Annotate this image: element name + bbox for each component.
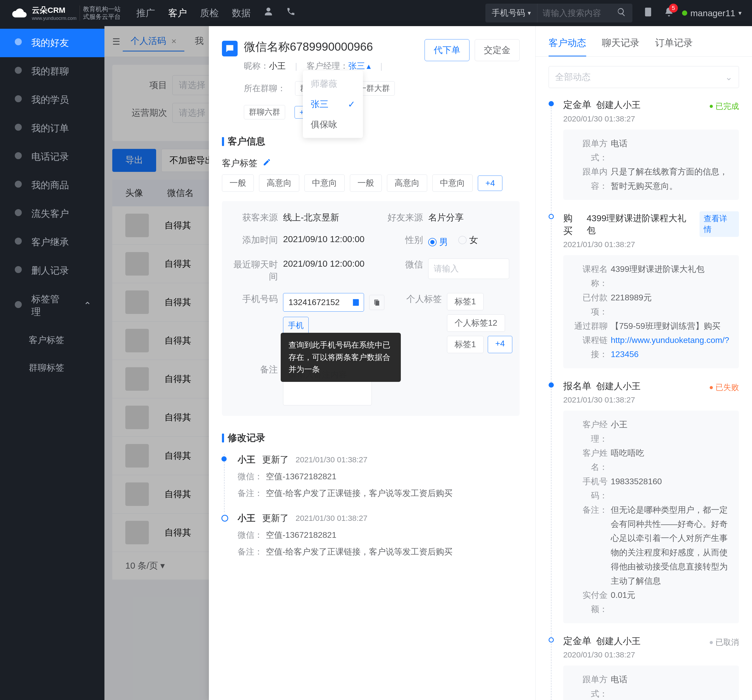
svg-point-3 bbox=[15, 124, 22, 131]
refresh-icon bbox=[13, 207, 23, 220]
sidebar: 我的好友我的群聊我的学员我的订单电话记录我的商品流失客户客户继承删人记录标签管理… bbox=[0, 26, 104, 700]
manager-option[interactable]: 张三✓ bbox=[303, 94, 363, 114]
sidebar-item[interactable]: 我的商品 bbox=[0, 171, 104, 199]
sidebar-item[interactable]: 我的群聊 bbox=[0, 57, 104, 86]
tags-more[interactable]: +4 bbox=[478, 176, 502, 191]
nav-customer[interactable]: 客户 bbox=[168, 7, 187, 20]
customer-title: 微信名称6789990000966 bbox=[244, 39, 418, 54]
nav-data[interactable]: 数据 bbox=[232, 7, 251, 20]
topbar: 云朵CRM www.yunduocrm.com 教育机构一站式服务云平台 推广 … bbox=[0, 0, 752, 26]
tag-icon bbox=[13, 299, 23, 312]
filter-icon bbox=[13, 93, 23, 106]
search: 手机号码▾ bbox=[485, 4, 632, 22]
copy-icon[interactable] bbox=[369, 295, 384, 310]
customer-drawer: 微信名称6789990000966 昵称：小王 | 客户经理：张三▴ | 所在群… bbox=[209, 26, 752, 700]
gender-male-radio[interactable]: 男 bbox=[428, 236, 448, 248]
tab-chatlog[interactable]: 聊天记录 bbox=[602, 37, 639, 56]
customer-tag[interactable]: 一般 bbox=[222, 174, 254, 192]
customer-tag[interactable]: 高意向 bbox=[387, 174, 427, 192]
section-customer-info: 客户信息 bbox=[222, 135, 520, 148]
sidebar-item[interactable]: 我的订单 bbox=[0, 114, 104, 143]
deposit-button[interactable]: 交定金 bbox=[475, 39, 520, 61]
chevron-down-icon: ⌄ bbox=[725, 72, 732, 82]
manager-select[interactable]: 张三▴ bbox=[348, 60, 371, 72]
tab-orders[interactable]: 订单记录 bbox=[655, 37, 693, 56]
section-change-log: 修改记录 bbox=[222, 431, 520, 444]
nav-phone-icon[interactable] bbox=[286, 7, 295, 20]
chevron-down-icon: ▾ bbox=[738, 9, 741, 17]
topnav: 推广 客户 质检 数据 bbox=[136, 7, 295, 20]
phone-icon bbox=[13, 151, 23, 163]
sidebar-item[interactable]: 流失客户 bbox=[0, 199, 104, 228]
chevron-up-icon: ▴ bbox=[367, 61, 371, 71]
search-input[interactable] bbox=[538, 8, 611, 18]
gender-female-radio[interactable]: 女 bbox=[458, 234, 478, 246]
svg-point-9 bbox=[15, 301, 22, 308]
username: manager11 bbox=[690, 8, 735, 18]
svg-point-4 bbox=[15, 152, 22, 159]
sidebar-item[interactable]: 客户标签 bbox=[0, 326, 104, 354]
box-icon bbox=[13, 179, 23, 192]
svg-point-7 bbox=[15, 238, 22, 245]
sidebar-item[interactable]: 我的学员 bbox=[0, 86, 104, 114]
logo: 云朵CRM www.yunduocrm.com 教育机构一站式服务云平台 bbox=[11, 5, 121, 21]
search-type-select[interactable]: 手机号码▾ bbox=[485, 4, 538, 22]
timeline-item: 定金单创建人小王已取消2020/01/30 01:38:27跟单方式：电话跟单内… bbox=[548, 635, 739, 700]
svg-point-5 bbox=[15, 181, 22, 188]
wechat-input[interactable]: 请输入 bbox=[428, 258, 509, 279]
log-item: 小王更新了2021/01/30 01:38:27微信：空值-1367218282… bbox=[224, 454, 520, 512]
customer-tag[interactable]: 中意向 bbox=[305, 174, 345, 192]
manager-option[interactable]: 师馨薇 bbox=[303, 74, 363, 94]
sidebar-item[interactable]: 标签管理⌃ bbox=[0, 285, 104, 326]
add-phone-button[interactable]: 手机 查询到此手机号码在系统中已存在，可以将两条客户数据合并为一条 bbox=[283, 317, 309, 334]
merge-tooltip: 查询到此手机号码在系统中已存在，可以将两条客户数据合并为一条 bbox=[281, 333, 401, 382]
bell-icon[interactable]: 5 bbox=[664, 7, 674, 19]
contacts-icon[interactable] bbox=[351, 298, 360, 307]
ptags-more[interactable]: +4 bbox=[488, 336, 512, 353]
nav-qc[interactable]: 质检 bbox=[200, 7, 219, 20]
chat-icon bbox=[13, 65, 23, 78]
tab-activity[interactable]: 客户动态 bbox=[548, 37, 586, 56]
activity-filter-select[interactable]: 全部动态⌄ bbox=[548, 66, 739, 88]
sidebar-item[interactable]: 我的好友 bbox=[0, 29, 104, 57]
svg-point-8 bbox=[15, 266, 22, 273]
inherit-icon bbox=[13, 236, 23, 249]
sidebar-item[interactable]: 删人记录 bbox=[0, 257, 104, 285]
timeline-item: 报名单创建人小王已失败2021/01/30 01:38:27客户经理：小王客户姓… bbox=[548, 380, 739, 635]
mobile-icon[interactable] bbox=[643, 7, 653, 19]
timeline-item: 定金单创建人小王已完成2020/01/30 01:38:27跟单方式：电话跟单内… bbox=[548, 98, 739, 211]
personal-tag[interactable]: 标签1 bbox=[447, 293, 483, 310]
cloud-logo-icon bbox=[11, 6, 29, 20]
check-icon: ✓ bbox=[348, 99, 355, 109]
manager-option[interactable]: 俱保咏 bbox=[303, 114, 363, 135]
logo-text: 云朵CRM bbox=[32, 5, 76, 16]
edit-tags-icon[interactable] bbox=[263, 158, 271, 168]
manager-dropdown: 师馨薇 张三✓ 俱保咏 bbox=[303, 70, 363, 138]
nav-promo[interactable]: 推广 bbox=[136, 7, 155, 20]
customer-icon bbox=[222, 41, 238, 56]
log-item: 小王更新了2021/01/30 01:38:27微信：空值-1367218282… bbox=[224, 512, 520, 571]
search-icon[interactable] bbox=[611, 7, 632, 19]
customer-tag[interactable]: 中意向 bbox=[432, 174, 472, 192]
proxy-order-button[interactable]: 代下单 bbox=[424, 39, 469, 61]
sidebar-item[interactable]: 电话记录 bbox=[0, 143, 104, 171]
delete-icon bbox=[13, 264, 23, 277]
tags-label: 客户标签 bbox=[222, 157, 258, 169]
user-menu[interactable]: manager11 ▾ bbox=[682, 8, 741, 18]
chevron-up-icon: ⌃ bbox=[84, 300, 92, 311]
status-dot-icon bbox=[682, 11, 687, 16]
view-detail-link[interactable]: 查看详情 bbox=[699, 211, 739, 237]
customer-tag[interactable]: 一般 bbox=[350, 174, 382, 192]
personal-tag[interactable]: 标签1 bbox=[447, 336, 483, 353]
clock-icon bbox=[13, 37, 23, 49]
notification-badge: 5 bbox=[669, 4, 678, 12]
personal-tag[interactable]: 个人标签12 bbox=[447, 314, 505, 332]
customer-tag[interactable]: 高意向 bbox=[259, 174, 299, 192]
nav-user-icon[interactable] bbox=[264, 7, 273, 20]
sidebar-item[interactable]: 群聊标签 bbox=[0, 354, 104, 382]
svg-point-0 bbox=[15, 38, 22, 45]
group-chip[interactable]: 群聊六群 bbox=[244, 105, 285, 119]
svg-point-2 bbox=[15, 95, 22, 103]
sidebar-item[interactable]: 客户继承 bbox=[0, 228, 104, 257]
timeline-item: 购买4399理财课进阶课程大礼包查看详情2021/01/30 01:38:27课… bbox=[548, 211, 739, 380]
